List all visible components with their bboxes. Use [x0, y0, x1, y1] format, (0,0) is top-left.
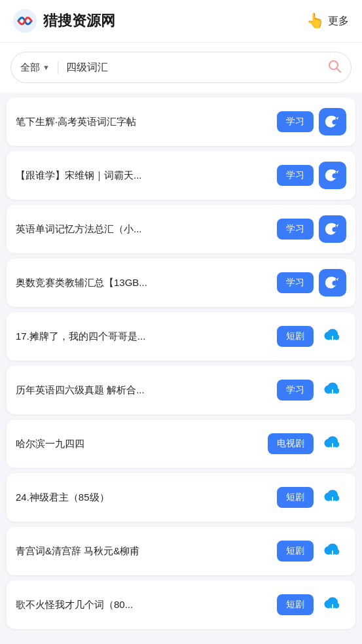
item-title: 青宫词&清宫辞 马秋元&柳甫	[16, 545, 277, 558]
bird-download-icon[interactable]	[319, 108, 346, 135]
tag-button[interactable]: 学习	[277, 380, 314, 401]
list-container: 笔下生辉·高考英语词汇字帖学习 【跟谁学】宋维钢｜词霸天...学习 英语单词记忆…	[0, 98, 362, 629]
bird-download-icon[interactable]	[319, 269, 346, 296]
item-actions: 短剧	[277, 484, 346, 511]
cloud-download-icon[interactable]	[319, 591, 346, 618]
header: 猎搜资源网 👆 更多	[0, 0, 362, 43]
item-title: 24.神级君主（85级）	[16, 492, 277, 504]
cloud-download-icon[interactable]	[319, 376, 346, 404]
list-item: 17.摊牌了，我的四个哥哥是...短剧	[7, 312, 355, 361]
tag-button[interactable]: 学习	[277, 111, 314, 132]
search-filter-button[interactable]: 全部 ▼	[20, 62, 58, 74]
list-item: 歌不火怪我才几个词（80...短剧	[7, 581, 355, 629]
list-item: 历年英语四六级真题 解析合...学习	[7, 366, 355, 414]
cloud-download-icon[interactable]	[319, 323, 346, 350]
item-title: 英语单词记忆方法总汇（小...	[16, 223, 277, 236]
item-actions: 学习	[277, 269, 346, 296]
more-button[interactable]: 👆 更多	[306, 12, 349, 29]
item-title: 历年英语四六级真题 解析合...	[16, 384, 277, 397]
item-actions: 学习	[277, 215, 346, 243]
more-label: 更多	[328, 14, 349, 28]
tag-button[interactable]: 电视剧	[268, 433, 314, 454]
item-actions: 学习	[277, 108, 346, 135]
list-item: 英语单词记忆方法总汇（小...学习	[7, 205, 355, 253]
search-bar: 全部 ▼	[10, 52, 352, 83]
tag-button[interactable]: 短剧	[277, 326, 314, 347]
item-actions: 电视剧	[268, 430, 346, 457]
bird-download-icon[interactable]	[319, 215, 346, 243]
item-title: 【跟谁学】宋维钢｜词霸天...	[16, 170, 277, 182]
filter-label: 全部	[20, 62, 40, 74]
tag-button[interactable]: 短剧	[277, 487, 314, 508]
item-title: 歌不火怪我才几个词（80...	[16, 599, 277, 611]
item-actions: 短剧	[277, 591, 346, 618]
tag-button[interactable]: 短剧	[277, 541, 314, 562]
chevron-down-icon: ▼	[43, 63, 50, 71]
item-title: 哈尔滨一九四四	[16, 438, 268, 450]
item-actions: 学习	[277, 162, 346, 189]
list-item: 【跟谁学】宋维钢｜词霸天...学习	[7, 151, 355, 200]
search-input[interactable]	[58, 62, 327, 73]
cloud-download-icon[interactable]	[319, 430, 346, 457]
item-title: 奥数竞赛类教辅汇总【13GB...	[16, 277, 277, 289]
item-actions: 学习	[277, 376, 346, 404]
header-left: 猎搜资源网	[13, 9, 115, 33]
tag-button[interactable]: 学习	[277, 272, 314, 293]
cloud-download-icon[interactable]	[319, 537, 346, 565]
list-item: 24.神级君主（85级）短剧	[7, 473, 355, 522]
item-title: 笔下生辉·高考英语词汇字帖	[16, 116, 277, 128]
search-icon[interactable]	[327, 59, 342, 77]
pointer-icon: 👆	[306, 12, 324, 29]
tag-button[interactable]: 学习	[277, 165, 314, 186]
logo-icon	[13, 9, 37, 33]
cloud-download-icon[interactable]	[319, 484, 346, 511]
item-title: 17.摊牌了，我的四个哥哥是...	[16, 331, 277, 343]
list-item: 笔下生辉·高考英语词汇字帖学习	[7, 98, 355, 146]
item-actions: 短剧	[277, 323, 346, 350]
list-item: 青宫词&清宫辞 马秋元&柳甫短剧	[7, 527, 355, 575]
list-item: 奥数竞赛类教辅汇总【13GB...学习	[7, 259, 355, 307]
item-actions: 短剧	[277, 537, 346, 565]
search-section: 全部 ▼	[0, 43, 362, 92]
tag-button[interactable]: 短剧	[277, 594, 314, 615]
svg-line-2	[337, 68, 341, 72]
list-item: 哈尔滨一九四四电视剧	[7, 420, 355, 468]
tag-button[interactable]: 学习	[277, 219, 314, 240]
app-title: 猎搜资源网	[43, 11, 115, 31]
bird-download-icon[interactable]	[319, 162, 346, 189]
